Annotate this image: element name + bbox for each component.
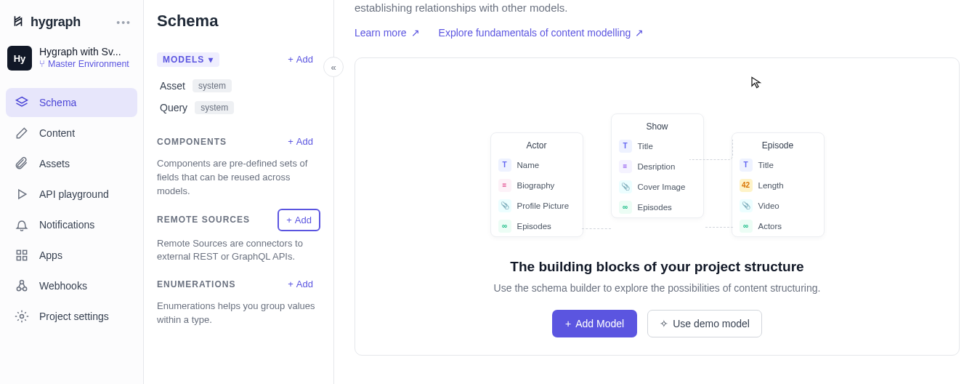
edit-icon [15,126,29,140]
text-field-icon: T [498,159,511,172]
text-field-icon: T [740,159,753,172]
nav-label: Project settings [39,311,109,322]
empty-state-title: The building blocks of your project stru… [510,259,803,275]
illus-card-show: Show TTitle ≡Desription 📎Cover Image ∞Ep… [611,113,704,218]
schema-panel: Schema « MODELS ▾ + Add Asset system Que… [144,0,334,384]
richtext-field-icon: ≡ [498,179,511,192]
attachment-icon [15,156,29,171]
branch-icon: ⑂ [39,59,45,69]
enumerations-section-label: ENUMERATIONS [157,279,235,289]
relation-field-icon: ∞ [740,220,753,233]
nav-label: Schema [39,97,76,108]
plus-icon: + [288,54,293,65]
nav-schema[interactable]: Schema [6,88,137,117]
components-description: Components are pre-defined sets of field… [157,157,320,199]
nav-label: Content [39,127,75,139]
plus-icon: + [286,215,292,225]
main-content: establishing relationships with other mo… [334,0,980,384]
components-section-label: COMPONENTS [157,137,227,147]
primary-sidebar: hygraph ••• Hy Hygraph with Sv... ⑂ Mast… [0,0,144,384]
gear-icon [15,309,29,324]
play-icon [15,187,29,201]
brand-menu-icon[interactable]: ••• [116,17,131,28]
relation-field-icon: ∞ [498,220,511,233]
add-component-button[interactable]: + Add [280,132,320,151]
intro-text: establishing relationships with other mo… [355,0,960,17]
schema-panel-title: Schema [157,12,320,31]
chevron-down-icon: ▾ [208,55,214,65]
learn-more-link[interactable]: Learn more ↗ [355,27,420,39]
svg-rect-3 [23,257,27,260]
nav-label: Apps [39,249,62,261]
relation-field-icon: ∞ [619,201,632,214]
add-enumeration-button[interactable]: + Add [280,274,320,294]
external-link-icon: ↗ [635,27,644,39]
asset-field-icon: 📎 [498,199,511,212]
remote-sources-description: Remote Sources are connectors to externa… [157,237,320,265]
illus-card-actor: Actor TName ≡Biography 📎Profile Picture … [490,132,583,237]
nav-label: Notifications [39,219,94,231]
svg-point-7 [20,315,24,319]
plus-icon: + [565,318,571,329]
external-link-icon: ↗ [411,27,420,39]
project-avatar: Hy [7,46,32,71]
schema-illustration: Actor TName ≡Biography 📎Profile Picture … [490,132,825,237]
models-section-label[interactable]: MODELS ▾ [157,52,219,67]
svg-point-4 [17,287,20,291]
asset-field-icon: 📎 [619,180,632,193]
system-badge: system [195,101,234,114]
nav-content[interactable]: Content [6,119,137,148]
bell-icon [15,217,29,232]
sparkle-icon: ✧ [660,318,668,329]
hygraph-logo-icon [12,15,25,30]
add-model-cta-button[interactable]: + Add Model [552,310,637,337]
connector-line [582,228,611,229]
primary-nav: Schema Content Assets API playground [0,81,143,338]
project-name: Hygraph with Sv... [39,46,129,57]
model-item-query[interactable]: Query system [157,97,320,119]
text-field-icon: T [619,140,632,153]
nav-webhooks[interactable]: Webhooks [6,271,137,300]
nav-label: Webhooks [39,280,87,292]
svg-rect-0 [17,250,20,254]
nav-settings[interactable]: Project settings [6,302,137,331]
cursor-icon [750,76,763,92]
system-badge: system [193,79,232,92]
richtext-field-icon: ≡ [619,160,632,173]
nav-label: Assets [39,158,70,169]
svg-rect-1 [23,250,27,254]
svg-rect-2 [17,257,20,260]
project-environment: ⑂ Master Environment [39,59,129,69]
connector-line [705,227,733,228]
remote-sources-section-label: REMOTE SOURCES [157,215,250,225]
project-switcher[interactable]: Hy Hygraph with Sv... ⑂ Master Environme… [0,40,143,81]
model-item-asset[interactable]: Asset system [157,75,320,97]
svg-point-5 [23,287,27,291]
brand-name: hygraph [31,15,81,30]
number-field-icon: 42 [740,179,753,192]
plus-icon: + [288,136,293,147]
nav-assets[interactable]: Assets [6,149,137,178]
empty-state-subtitle: Use the schema builder to explore the po… [494,282,821,294]
asset-field-icon: 📎 [740,199,753,212]
grid-icon [15,248,29,263]
nav-api-playground[interactable]: API playground [6,180,137,209]
nav-apps[interactable]: Apps [6,241,137,270]
nav-notifications[interactable]: Notifications [6,210,137,239]
layers-icon [15,95,29,110]
add-remote-source-button[interactable]: + Add [278,209,320,231]
plus-icon: + [288,279,293,289]
connector-line [689,140,733,160]
webhook-icon [15,279,29,293]
brand-row: hygraph ••• [0,0,143,40]
illus-card-episode: Episode TTitle 42Length 📎Video ∞Actors [732,132,825,237]
add-model-button[interactable]: + Add [280,49,320,69]
explore-fundamentals-link[interactable]: Explore fundamentals of content modellin… [439,27,644,39]
enumerations-description: Enumerations helps you group values with… [157,300,320,327]
empty-state-canvas: Actor TName ≡Biography 📎Profile Picture … [355,57,960,356]
use-demo-model-button[interactable]: ✧ Use demo model [647,310,762,337]
nav-label: API playground [39,188,109,200]
